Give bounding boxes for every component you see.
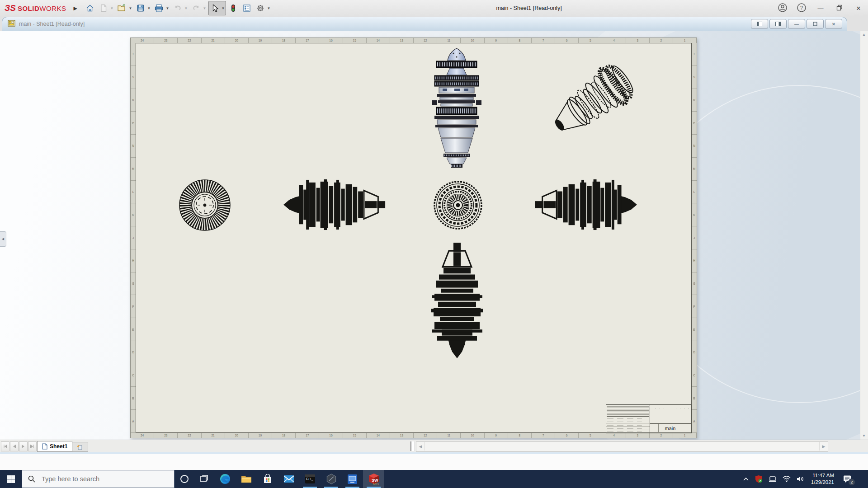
zone-letter: J xyxy=(692,226,697,249)
last-sheet-button[interactable] xyxy=(28,441,37,451)
zone-number: 14 xyxy=(367,38,390,43)
title-block-right: main xyxy=(650,405,691,433)
zone-letter: M xyxy=(692,158,697,181)
taskbar-solidworks[interactable]: SW 2021 xyxy=(363,470,384,488)
undo-dropdown-arrow[interactable]: ▼ xyxy=(184,2,189,14)
search-input[interactable] xyxy=(41,475,156,483)
zone-letter: S xyxy=(131,66,136,89)
save-button[interactable]: ▼ xyxy=(134,1,152,15)
print-button[interactable]: ▼ xyxy=(153,1,170,15)
new-document-button[interactable]: ▼ xyxy=(97,1,115,15)
zone-letter: L xyxy=(131,181,136,204)
taskbar-edge[interactable] xyxy=(214,470,236,488)
document-restore-button[interactable] xyxy=(807,19,824,29)
zone-number: 23 xyxy=(154,433,178,438)
document-minimize-button[interactable]: — xyxy=(788,19,805,29)
previous-sheet-button[interactable] xyxy=(10,441,19,451)
view-bottom[interactable] xyxy=(431,238,483,359)
taskbar-clock[interactable]: 11:47 AM 1/29/2021 xyxy=(810,472,835,486)
taskbar-file-explorer[interactable] xyxy=(236,470,257,488)
zone-letter: A xyxy=(131,410,136,433)
select-tool-button[interactable]: ▼ xyxy=(208,1,226,15)
clock-time: 11:47 AM xyxy=(811,472,834,479)
restore-button[interactable] xyxy=(835,5,844,12)
open-dropdown-arrow[interactable]: ▼ xyxy=(128,2,133,14)
notifications-button[interactable]: 2 xyxy=(841,473,854,485)
zone-letter: K xyxy=(131,203,136,226)
redo-button[interactable]: ▼ xyxy=(190,1,208,15)
volume-icon[interactable] xyxy=(797,476,804,482)
tab-sheet1[interactable]: Sheet1 xyxy=(37,441,72,452)
undo-button[interactable]: ▼ xyxy=(171,1,189,15)
select-cursor-icon xyxy=(209,2,221,14)
wifi-icon[interactable] xyxy=(783,476,791,482)
tray-expand-icon[interactable] xyxy=(743,477,749,481)
scroll-right-arrow-icon[interactable]: ▶ xyxy=(819,442,828,450)
taskbar-search-box[interactable] xyxy=(22,470,175,488)
scroll-left-arrow-icon[interactable]: ◀ xyxy=(416,442,425,450)
panel-collapse-handle[interactable]: ◀ xyxy=(0,231,6,247)
print-dropdown-arrow[interactable]: ▼ xyxy=(165,2,170,14)
zone-number: 7 xyxy=(532,433,555,438)
close-button[interactable]: ✕ xyxy=(854,5,863,12)
start-button[interactable] xyxy=(0,470,22,488)
account-icon[interactable] xyxy=(778,3,788,14)
zone-number: 19 xyxy=(249,433,272,438)
horizontal-scrollbar[interactable]: ◀ ▶ xyxy=(416,441,828,452)
graphics-area[interactable]: ◀ 24232221201918171615141312111098765432… xyxy=(0,31,868,440)
options-button[interactable]: ▼ xyxy=(254,1,272,15)
title-block-model-name: main xyxy=(659,424,682,433)
view-side-left[interactable] xyxy=(283,179,390,230)
zone-number: 5 xyxy=(579,38,602,43)
zone-letter: K xyxy=(692,203,697,226)
add-sheet-button[interactable] xyxy=(72,442,88,452)
taskbar-hexagon-app[interactable] xyxy=(321,470,342,488)
document-close-button[interactable]: ✕ xyxy=(825,19,842,29)
options-dropdown-arrow[interactable]: ▼ xyxy=(266,2,271,14)
taskbar-terminal[interactable]: C:\_ xyxy=(299,470,321,488)
home-button[interactable] xyxy=(84,1,96,15)
rebuild-button[interactable] xyxy=(227,1,240,15)
logo-mark: ЗS xyxy=(5,3,16,13)
view-side-right[interactable] xyxy=(530,179,638,230)
open-button[interactable]: ▼ xyxy=(116,1,133,15)
document-tab[interactable]: main - Sheet1 [Read-only] — ✕ xyxy=(2,17,847,31)
next-sheet-button[interactable] xyxy=(19,441,28,451)
view-front-fan[interactable] xyxy=(179,179,231,231)
zone-number: 24 xyxy=(131,38,154,43)
view-isometric[interactable] xyxy=(538,59,646,142)
cortana-button[interactable] xyxy=(175,470,194,488)
new-document-icon xyxy=(98,2,109,14)
new-dropdown-arrow[interactable]: ▼ xyxy=(109,2,114,14)
taskbar-media-app[interactable] xyxy=(342,470,363,488)
sw-label: SW xyxy=(372,478,378,483)
sw-monitor-icon[interactable] xyxy=(755,475,763,483)
gear-icon xyxy=(255,2,266,14)
vertical-scrollbar[interactable]: ▲ ▼ xyxy=(860,31,868,440)
taskbar-mail[interactable] xyxy=(278,470,299,488)
redo-dropdown-arrow[interactable]: ▼ xyxy=(202,2,207,14)
left-pane-toggle-icon[interactable] xyxy=(751,19,768,29)
menu-flyout-arrow[interactable]: ▶ xyxy=(73,5,77,11)
rebuild-icon xyxy=(227,2,239,14)
window-title: main - Sheet1 [Read-only] xyxy=(496,5,561,11)
scroll-up-arrow-icon[interactable]: ▲ xyxy=(860,31,868,38)
view-rear[interactable] xyxy=(433,180,483,230)
zone-letter: A xyxy=(692,410,697,433)
task-view-button[interactable] xyxy=(194,470,214,488)
select-dropdown-arrow[interactable]: ▼ xyxy=(221,2,226,14)
terminal-icon: C:\_ xyxy=(305,474,316,484)
scroll-down-arrow-icon[interactable]: ▼ xyxy=(860,432,868,440)
minimize-button[interactable]: — xyxy=(816,5,826,12)
help-icon[interactable]: ? xyxy=(797,3,807,14)
tab-scrollbar-splitter[interactable] xyxy=(410,441,415,451)
save-icon xyxy=(135,2,146,14)
right-pane-toggle-icon[interactable] xyxy=(769,19,787,29)
first-sheet-button[interactable] xyxy=(1,441,9,451)
file-properties-button[interactable] xyxy=(241,1,253,15)
zone-number: 9 xyxy=(485,433,508,438)
taskbar-store[interactable] xyxy=(257,470,278,488)
save-dropdown-arrow[interactable]: ▼ xyxy=(146,2,151,14)
view-top-shaded[interactable] xyxy=(430,47,483,168)
display-connect-icon[interactable] xyxy=(769,476,777,482)
